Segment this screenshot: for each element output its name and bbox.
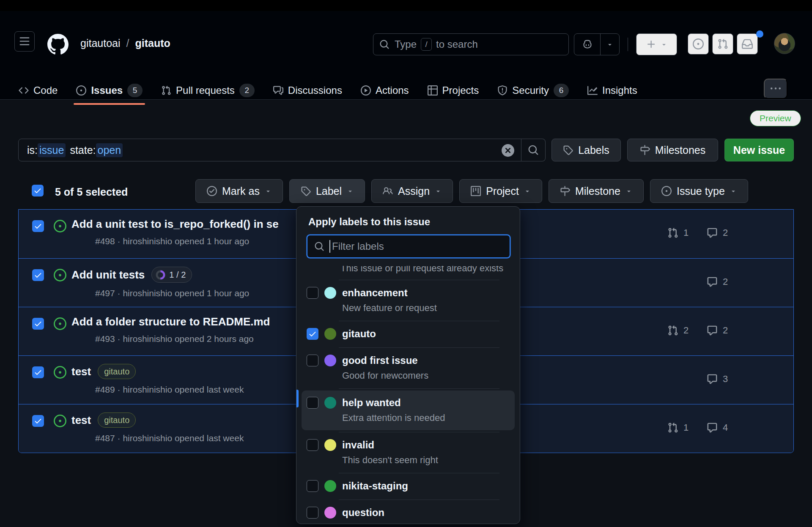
- bulk-issue-type-button[interactable]: Issue type: [650, 179, 748, 203]
- issue-circle-icon: [661, 186, 672, 196]
- copilot-menu-button[interactable]: [601, 34, 619, 55]
- issue-checkbox[interactable]: [32, 318, 44, 330]
- label-option-checkbox[interactable]: [307, 480, 318, 492]
- label-option-checkbox[interactable]: [307, 287, 318, 299]
- tab-actions[interactable]: Actions: [361, 85, 409, 96]
- filter-token-value: issue: [38, 143, 66, 157]
- issue-title-link[interactable]: Add a folder structure to README.md: [71, 315, 270, 328]
- label-option-name: invalid: [342, 439, 438, 451]
- label-dropdown: Apply labels to this issue Filter labels…: [296, 206, 520, 524]
- label-option-description: Good for newcomers: [342, 370, 428, 381]
- user-avatar[interactable]: [774, 33, 795, 54]
- label-option-checkbox[interactable]: [307, 397, 318, 409]
- comment-count-value: 2: [723, 325, 728, 336]
- label-option-checkbox[interactable]: [307, 328, 318, 340]
- bulk-milestone-button[interactable]: Milestone: [549, 179, 644, 203]
- sub-issues-progress-badge[interactable]: 1 / 2: [151, 267, 192, 283]
- issue-title-link[interactable]: test: [71, 414, 91, 427]
- tab-code[interactable]: Code: [19, 85, 58, 96]
- pull-requests-dashboard-button[interactable]: [712, 33, 733, 55]
- kebab-horizontal-icon: [771, 84, 781, 94]
- issues-dashboard-button[interactable]: [688, 33, 709, 55]
- comment-count-value: 4: [723, 422, 728, 433]
- linked-pr-count[interactable]: 1: [667, 227, 689, 238]
- bulk-assign-button[interactable]: Assign: [371, 179, 453, 203]
- github-logo-icon[interactable]: [47, 34, 69, 55]
- label-option-checkbox[interactable]: [307, 355, 318, 366]
- bulk-mark-as-button[interactable]: Mark as: [195, 179, 283, 203]
- label-option-enhancement[interactable]: enhancementNew feature or request: [296, 280, 520, 321]
- bulk-project-button[interactable]: Project: [459, 179, 542, 203]
- filter-search-button[interactable]: [521, 139, 546, 161]
- label-option-text: gitauto: [342, 328, 376, 340]
- global-menu-button[interactable]: [14, 31, 35, 52]
- tab-issues[interactable]: Issues 5: [76, 84, 143, 97]
- milestones-button[interactable]: Milestones: [627, 139, 718, 161]
- chevron-down-icon: [265, 188, 272, 194]
- issue-title-link[interactable]: test: [71, 365, 91, 378]
- issue-checkbox[interactable]: [32, 269, 44, 281]
- chevron-down-icon: [435, 188, 442, 194]
- breadcrumb-owner[interactable]: gitautoai: [80, 37, 121, 49]
- clear-filter-button[interactable]: [502, 144, 514, 157]
- label-option-description: Further information is requested: [342, 522, 474, 524]
- actions-play-icon: [361, 85, 371, 96]
- issue-checkbox[interactable]: [32, 415, 44, 427]
- global-search-input[interactable]: Type / to search: [373, 33, 569, 55]
- breadcrumb-repo[interactable]: gitauto: [135, 37, 170, 49]
- comment-count[interactable]: 4: [707, 422, 728, 433]
- select-all-checkbox[interactable]: [32, 185, 44, 197]
- issues-filter-input[interactable]: is:issuestate:open: [18, 139, 521, 161]
- inbox-button[interactable]: [737, 33, 758, 55]
- linked-pr-count[interactable]: 1: [667, 422, 689, 433]
- label-color-dot: [324, 507, 336, 519]
- copilot-button[interactable]: [574, 34, 601, 55]
- new-issue-button[interactable]: New issue: [724, 139, 794, 161]
- milestone-icon: [560, 186, 570, 196]
- git-pull-request-icon: [667, 325, 678, 336]
- milestone-icon: [640, 145, 650, 155]
- discussions-icon: [273, 85, 283, 96]
- bulk-label-button[interactable]: Label: [289, 179, 365, 203]
- dropdown-scrollbar-thumb[interactable]: [296, 390, 299, 407]
- breadcrumb-separator: /: [126, 37, 129, 49]
- comment-count[interactable]: 2: [707, 325, 728, 336]
- nav-overflow-button[interactable]: [764, 79, 787, 99]
- inbox-icon: [742, 38, 753, 49]
- create-new-button[interactable]: [636, 33, 677, 55]
- issue-open-icon: [54, 269, 66, 281]
- comment-count[interactable]: 2: [707, 276, 728, 287]
- issue-opened-icon: [693, 38, 704, 49]
- comment-count[interactable]: 3: [707, 374, 728, 385]
- labels-button[interactable]: Labels: [551, 139, 621, 161]
- tab-discussions[interactable]: Discussions: [273, 85, 342, 96]
- label-option-checkbox[interactable]: [307, 439, 318, 451]
- issue-open-icon: [54, 317, 66, 330]
- issue-checkbox[interactable]: [32, 220, 44, 232]
- label-option-good-first-issue[interactable]: good first issueGood for newcomers: [296, 348, 520, 388]
- label-filter-input[interactable]: Filter labels: [307, 235, 510, 258]
- label-option-help-wanted[interactable]: help wantedExtra attention is needed: [302, 390, 515, 430]
- label-option-checkbox[interactable]: [307, 507, 318, 519]
- label-option-gitauto[interactable]: gitauto: [296, 321, 520, 347]
- comment-count[interactable]: 2: [707, 227, 728, 238]
- label-option-question[interactable]: questionFurther information is requested: [296, 500, 520, 524]
- linked-pr-count[interactable]: 2: [667, 325, 689, 336]
- issue-checkbox[interactable]: [32, 366, 44, 378]
- tab-pull-requests[interactable]: Pull requests 2: [161, 84, 255, 97]
- issue-title-link[interactable]: Add unit tests: [71, 268, 145, 281]
- label-option-description: New feature or request: [342, 303, 437, 314]
- tab-insights[interactable]: Insights: [587, 85, 637, 96]
- label-option-nikita-staging[interactable]: nikita-staging: [296, 473, 520, 500]
- tab-security[interactable]: Security 6: [497, 84, 569, 97]
- code-icon: [19, 85, 29, 96]
- issue-label-chip[interactable]: gitauto: [98, 364, 136, 379]
- selected-count-text: 5 of 5 selected: [55, 186, 128, 198]
- issue-label-chip[interactable]: gitauto: [98, 412, 136, 428]
- pr-count-value: 2: [683, 325, 689, 336]
- preview-badge[interactable]: Preview: [750, 110, 801, 126]
- tab-projects[interactable]: Projects: [428, 85, 479, 96]
- tag-icon: [563, 145, 573, 155]
- issue-title-link[interactable]: Add a unit test to is_repo_forked() in s…: [71, 218, 279, 231]
- label-option-invalid[interactable]: invalidThis doesn't seem right: [296, 432, 520, 473]
